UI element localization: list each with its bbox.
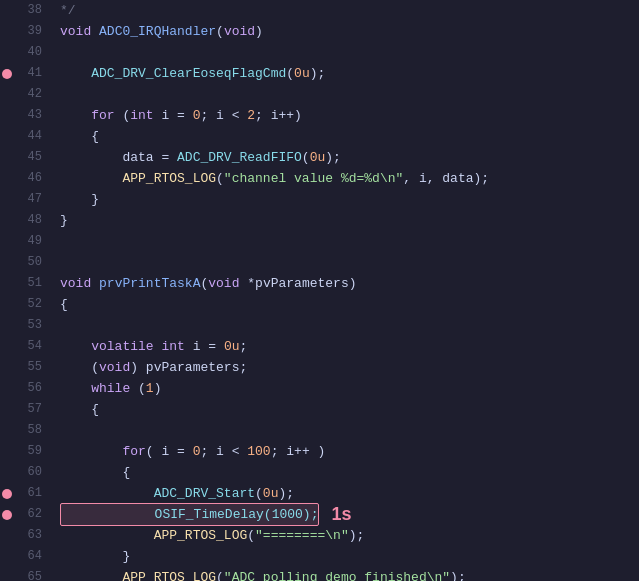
gutter-row: 61 (0, 483, 48, 504)
code-line: { (60, 294, 639, 315)
line-number: 52 (0, 294, 48, 315)
code-content: */void ADC0_IRQHandler(void) ADC_DRV_Cle… (52, 0, 639, 581)
line-number: 38 (0, 0, 48, 21)
gutter-row: 45 (0, 147, 48, 168)
code-line: OSIF_TimeDelay(1000);1s (60, 504, 639, 525)
code-line: } (60, 189, 639, 210)
line-number: 47 (0, 189, 48, 210)
gutter-row: 52 (0, 294, 48, 315)
gutter-row: 41 (0, 63, 48, 84)
line-number-gutter: 3839404142434445464748495051525354555657… (0, 0, 52, 581)
gutter-row: 63 (0, 525, 48, 546)
line-number: 63 (0, 525, 48, 546)
line-number: 45 (0, 147, 48, 168)
line-number: 53 (0, 315, 48, 336)
breakpoint-dot[interactable] (2, 69, 12, 79)
code-line: */ (60, 0, 639, 21)
code-line (60, 84, 639, 105)
gutter-row: 50 (0, 252, 48, 273)
line-number: 65 (0, 567, 48, 581)
code-line: APP_RTOS_LOG("channel value %d=%d\n", i,… (60, 168, 639, 189)
gutter-row: 49 (0, 231, 48, 252)
gutter-row: 57 (0, 399, 48, 420)
code-line: ADC_DRV_Start(0u); (60, 483, 639, 504)
code-line: } (60, 546, 639, 567)
code-line: { (60, 126, 639, 147)
gutter-row: 59 (0, 441, 48, 462)
gutter-row: 53 (0, 315, 48, 336)
line-number: 42 (0, 84, 48, 105)
gutter-row: 43 (0, 105, 48, 126)
line-number: 44 (0, 126, 48, 147)
gutter-row: 46 (0, 168, 48, 189)
code-line (60, 252, 639, 273)
code-line: APP_RTOS_LOG("========\n"); (60, 525, 639, 546)
line-number: 56 (0, 378, 48, 399)
breakpoint-dot[interactable] (2, 489, 12, 499)
line-number: 48 (0, 210, 48, 231)
gutter-row: 51 (0, 273, 48, 294)
line-number: 54 (0, 336, 48, 357)
gutter-row: 56 (0, 378, 48, 399)
line-number: 40 (0, 42, 48, 63)
code-line: void prvPrintTaskA(void *pvParameters) (60, 273, 639, 294)
gutter-row: 64 (0, 546, 48, 567)
code-line (60, 231, 639, 252)
breakpoint-dot[interactable] (2, 510, 12, 520)
code-line: for( i = 0; i < 100; i++ ) (60, 441, 639, 462)
line-number: 58 (0, 420, 48, 441)
code-line: APP_RTOS_LOG("ADC polling demo finished\… (60, 567, 639, 581)
line-number: 46 (0, 168, 48, 189)
gutter-row: 55 (0, 357, 48, 378)
code-line (60, 420, 639, 441)
gutter-row: 44 (0, 126, 48, 147)
gutter-row: 40 (0, 42, 48, 63)
line-number: 55 (0, 357, 48, 378)
line-number: 60 (0, 462, 48, 483)
line-number: 64 (0, 546, 48, 567)
code-line (60, 315, 639, 336)
gutter-row: 48 (0, 210, 48, 231)
code-line (60, 42, 639, 63)
line-number: 59 (0, 441, 48, 462)
code-line: { (60, 462, 639, 483)
code-line: data = ADC_DRV_ReadFIFO(0u); (60, 147, 639, 168)
gutter-row: 65 (0, 567, 48, 581)
gutter-row: 60 (0, 462, 48, 483)
gutter-row: 62 (0, 504, 48, 525)
line-number: 39 (0, 21, 48, 42)
code-editor: 3839404142434445464748495051525354555657… (0, 0, 639, 581)
gutter-row: 38 (0, 0, 48, 21)
gutter-row: 42 (0, 84, 48, 105)
code-line: volatile int i = 0u; (60, 336, 639, 357)
line-number: 49 (0, 231, 48, 252)
gutter-row: 54 (0, 336, 48, 357)
line-number: 51 (0, 273, 48, 294)
line-number: 50 (0, 252, 48, 273)
code-line: } (60, 210, 639, 231)
code-line: { (60, 399, 639, 420)
gutter-row: 58 (0, 420, 48, 441)
code-line: void ADC0_IRQHandler(void) (60, 21, 639, 42)
gutter-row: 39 (0, 21, 48, 42)
line-number: 43 (0, 105, 48, 126)
code-line: ADC_DRV_ClearEoseqFlagCmd(0u); (60, 63, 639, 84)
annotation-label: 1s (331, 504, 351, 525)
code-line: (void) pvParameters; (60, 357, 639, 378)
line-number: 57 (0, 399, 48, 420)
gutter-row: 47 (0, 189, 48, 210)
code-line: while (1) (60, 378, 639, 399)
code-line: for (int i = 0; i < 2; i++) (60, 105, 639, 126)
